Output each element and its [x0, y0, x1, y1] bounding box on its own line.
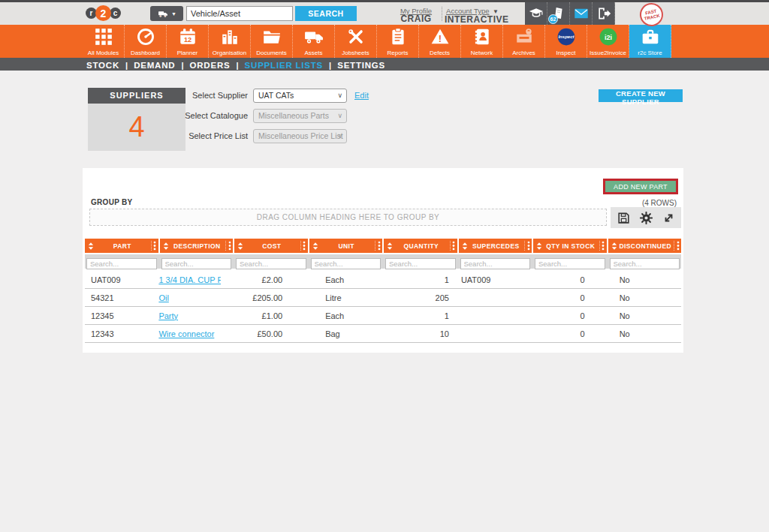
supplier-select[interactable]: UAT CATs ∨: [253, 89, 347, 103]
subnav-settings[interactable]: SETTINGS: [337, 61, 385, 70]
search-cell: [459, 254, 532, 269]
price-list-select-value: Miscellaneous Price List: [258, 131, 343, 140]
svg-text:!: !: [438, 33, 441, 44]
column-header-cost[interactable]: COST: [234, 239, 308, 253]
module-r2c-store[interactable]: r2c Store: [629, 25, 671, 58]
search-description-input[interactable]: [161, 258, 232, 269]
cell-unit: Bag: [297, 329, 387, 338]
column-menu-icon[interactable]: [151, 241, 158, 251]
sort-icon: [536, 242, 542, 251]
module-planner[interactable]: 12Planner: [167, 25, 209, 58]
topbar-icon-group: 62: [525, 2, 615, 25]
module-all-modules[interactable]: All Modules: [83, 25, 125, 58]
column-menu-icon[interactable]: [524, 241, 532, 251]
module-label: Jobsheets: [335, 50, 376, 56]
column-menu-icon[interactable]: [674, 241, 681, 251]
grid-icon: [94, 27, 113, 47]
subnav-demand[interactable]: DEMAND: [134, 61, 175, 70]
grid-toolbar: [611, 207, 681, 228]
module-archives[interactable]: Archives: [503, 25, 545, 58]
part-description-link[interactable]: Party: [158, 311, 178, 320]
column-header-qty-in-stock[interactable]: QTY IN STOCK: [533, 239, 607, 253]
module-network[interactable]: Network: [461, 25, 503, 58]
truck-icon: [157, 9, 169, 19]
module-inspect[interactable]: InspectInspect: [545, 25, 587, 58]
r2c-logo[interactable]: r 2 c: [86, 5, 121, 21]
subnav-stock[interactable]: STOCK: [86, 61, 119, 70]
column-menu-icon[interactable]: [599, 241, 607, 251]
column-header-discontinued[interactable]: DISCONTINUED: [608, 239, 682, 253]
organisation-icon: [220, 27, 240, 47]
catalogue-select: Miscellaneous Parts ∨: [253, 109, 347, 123]
part-description-link[interactable]: 1 3/4 DIA. CUP PLUG: [158, 275, 220, 284]
module-label: Documents: [251, 50, 292, 56]
group-by-drop-zone[interactable]: DRAG COLUMN HEADING HERE TO GROUP BY: [89, 209, 607, 226]
cell-discontinued: No: [591, 311, 681, 320]
add-new-part-button[interactable]: ADD NEW PART: [603, 179, 678, 194]
svg-text:Inspect: Inspect: [558, 35, 574, 39]
search-button[interactable]: SEARCH: [295, 6, 357, 21]
module-dashboard[interactable]: Dashboard: [125, 25, 167, 58]
cell-quantity: 10: [388, 329, 455, 338]
subnav-separator: |: [125, 61, 128, 70]
subnav-supplier-lists[interactable]: SUPPLIER LISTS: [245, 61, 324, 70]
supplier-parts-panel: ADD NEW PART (4 ROWS) GROUP BY DRAG COLU…: [83, 168, 683, 353]
save-icon[interactable]: [617, 211, 631, 225]
search-cell: [384, 254, 457, 269]
column-header-quantity[interactable]: QUANTITY: [384, 239, 457, 253]
truck-icon: [304, 27, 324, 47]
part-description-link[interactable]: Oil: [158, 293, 168, 302]
search-quantity-input[interactable]: [385, 258, 456, 269]
column-header-description[interactable]: DESCRIPTION: [160, 239, 234, 253]
column-header-part[interactable]: PART: [85, 239, 158, 253]
expand-icon[interactable]: [662, 211, 676, 225]
module-documents[interactable]: Documents: [251, 25, 293, 58]
parts-table: PARTDESCRIPTIONCOSTUNITQUANTITYSUPERCEDE…: [85, 239, 681, 343]
search-supercedes-input[interactable]: [460, 258, 531, 269]
column-menu-icon[interactable]: [450, 241, 457, 251]
training-button[interactable]: [525, 2, 547, 25]
module-defects[interactable]: !Defects: [419, 25, 461, 58]
column-menu-icon[interactable]: [375, 241, 382, 251]
r2c-application-window: r 2 c ▼ SEARCH My Profile CRAIG Account …: [0, 0, 769, 532]
subnav-separator: |: [181, 61, 183, 70]
subnav-orders[interactable]: ORDERS: [189, 61, 230, 70]
search-cost-input[interactable]: [236, 258, 306, 269]
column-label: QUANTITY: [393, 242, 450, 250]
search-unit-input[interactable]: [311, 258, 381, 269]
column-menu-icon[interactable]: [225, 241, 233, 251]
messages-button[interactable]: [570, 2, 593, 25]
sort-icon: [462, 242, 468, 251]
search-type-dropdown[interactable]: ▼: [150, 6, 183, 21]
module-organisation[interactable]: Organisation: [209, 25, 251, 58]
edit-supplier-link[interactable]: Edit: [354, 89, 369, 103]
gear-icon[interactable]: [639, 211, 653, 225]
column-label: COST: [243, 242, 300, 250]
module-jobsheets[interactable]: Jobsheets: [335, 25, 377, 58]
archive-icon: [514, 27, 534, 47]
search-discontinued-input[interactable]: [610, 258, 680, 269]
svg-text:i2i: i2i: [604, 34, 611, 41]
search-qty-in-stock-input[interactable]: [535, 258, 605, 269]
module-reports[interactable]: Reports: [377, 25, 419, 58]
cell-supercedes: UAT009: [455, 275, 523, 284]
module-label: Issue2Invoice: [587, 50, 629, 56]
cell-unit: Each: [297, 311, 387, 320]
svg-text:12: 12: [183, 36, 191, 44]
vehicle-asset-search-input[interactable]: [186, 6, 293, 21]
module-assets[interactable]: Assets: [293, 25, 335, 58]
column-menu-icon[interactable]: [300, 241, 308, 251]
profile-block: My Profile CRAIG: [394, 5, 439, 23]
search-part-input[interactable]: [86, 258, 157, 269]
logout-button[interactable]: [593, 2, 615, 25]
addressbook-icon: [472, 27, 492, 47]
part-description-link[interactable]: Wire connector: [158, 329, 214, 338]
create-new-supplier-button[interactable]: CREATE NEW SUPPLIER: [599, 89, 683, 102]
module-issue2invoice[interactable]: i2iIssue2Invoice: [587, 25, 629, 58]
column-header-supercedes[interactable]: SUPERCEDES: [459, 239, 532, 253]
cell-description: Wire connector: [152, 329, 220, 338]
rows-count-label: (4 ROWS): [642, 199, 677, 207]
notifications-button[interactable]: 62: [547, 2, 570, 25]
sort-icon: [237, 242, 243, 251]
column-header-unit[interactable]: UNIT: [309, 239, 383, 253]
